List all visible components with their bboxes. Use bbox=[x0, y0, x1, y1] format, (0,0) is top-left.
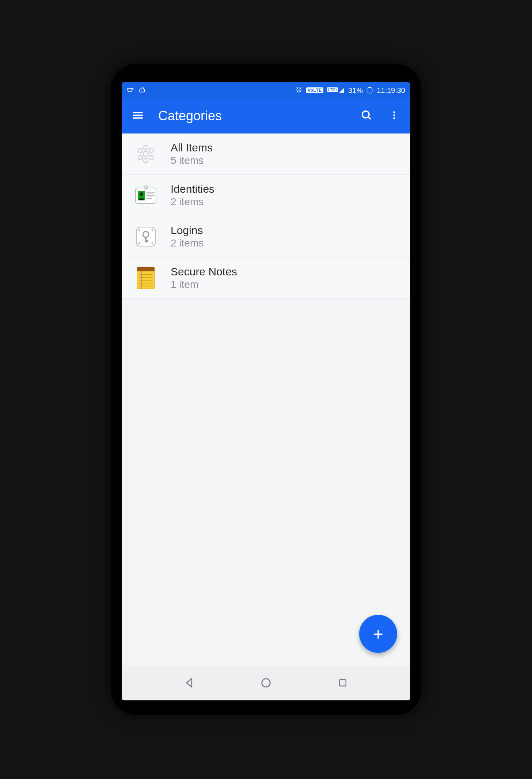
svg-rect-21 bbox=[147, 195, 155, 196]
plus-icon: + bbox=[373, 624, 383, 644]
identities-icon bbox=[133, 182, 159, 208]
category-count: 1 item bbox=[171, 279, 237, 290]
category-title: Identities bbox=[171, 183, 214, 195]
secure-notes-icon bbox=[133, 265, 159, 291]
svg-point-5 bbox=[362, 111, 369, 118]
svg-point-12 bbox=[149, 148, 153, 153]
logins-icon bbox=[133, 223, 159, 250]
lock-icon bbox=[138, 86, 146, 95]
category-count: 2 items bbox=[171, 196, 214, 208]
category-secure-notes[interactable]: Secure Notes 1 item bbox=[122, 257, 410, 299]
android-nav-bar bbox=[122, 665, 410, 700]
signal-icon: LTE+ bbox=[327, 87, 345, 93]
svg-point-28 bbox=[152, 242, 153, 244]
clock-text: 11:19:30 bbox=[377, 86, 405, 95]
svg-point-13 bbox=[143, 151, 148, 157]
coffee-icon bbox=[127, 86, 134, 95]
screen: VoLTE LTE+ 31% 11:19:30 Categories bbox=[122, 82, 410, 700]
loading-spinner-icon bbox=[366, 87, 373, 94]
svg-point-19 bbox=[140, 192, 143, 196]
svg-point-27 bbox=[138, 242, 140, 244]
alarm-icon bbox=[295, 86, 303, 95]
svg-rect-2 bbox=[133, 112, 143, 113]
svg-point-40 bbox=[262, 679, 270, 687]
phone-frame: VoLTE LTE+ 31% 11:19:30 Categories bbox=[111, 64, 421, 715]
svg-point-26 bbox=[152, 229, 153, 231]
all-items-icon bbox=[133, 141, 159, 167]
category-logins[interactable]: Logins 2 items bbox=[122, 216, 410, 257]
search-icon[interactable] bbox=[359, 109, 374, 123]
category-count: 2 items bbox=[171, 237, 204, 249]
svg-point-11 bbox=[138, 148, 142, 153]
battery-text: 31% bbox=[348, 86, 363, 95]
home-button[interactable] bbox=[257, 674, 275, 692]
recents-button[interactable] bbox=[334, 674, 352, 692]
svg-rect-3 bbox=[133, 115, 143, 116]
category-count: 5 items bbox=[171, 155, 213, 166]
svg-rect-33 bbox=[137, 267, 155, 271]
svg-rect-23 bbox=[144, 186, 148, 189]
svg-point-14 bbox=[138, 155, 142, 160]
svg-point-10 bbox=[144, 145, 148, 150]
svg-rect-41 bbox=[339, 680, 346, 686]
category-identities[interactable]: Identities 2 items bbox=[122, 175, 410, 216]
back-button[interactable] bbox=[181, 674, 198, 692]
svg-rect-4 bbox=[133, 117, 143, 119]
svg-point-25 bbox=[138, 229, 140, 231]
svg-point-8 bbox=[393, 114, 395, 116]
svg-point-15 bbox=[149, 155, 153, 160]
svg-rect-31 bbox=[145, 240, 148, 242]
svg-point-16 bbox=[144, 158, 148, 163]
svg-rect-22 bbox=[147, 198, 152, 199]
svg-point-9 bbox=[393, 117, 395, 119]
volte-badge: VoLTE bbox=[306, 87, 323, 93]
more-vert-icon[interactable] bbox=[387, 110, 402, 122]
category-list: All Items 5 items bbox=[122, 133, 410, 665]
category-title: All Items bbox=[171, 142, 213, 154]
svg-rect-20 bbox=[147, 192, 155, 193]
page-title: Categories bbox=[158, 108, 222, 124]
status-bar: VoLTE LTE+ 31% 11:19:30 bbox=[122, 82, 410, 98]
app-bar: Categories bbox=[122, 98, 410, 133]
svg-rect-0 bbox=[140, 89, 144, 92]
category-all-items[interactable]: All Items 5 items bbox=[122, 133, 410, 175]
hamburger-menu-icon[interactable] bbox=[130, 109, 145, 123]
add-fab-button[interactable]: + bbox=[359, 615, 397, 653]
category-title: Secure Notes bbox=[171, 266, 237, 278]
svg-line-6 bbox=[368, 117, 371, 120]
svg-point-7 bbox=[393, 111, 395, 113]
category-title: Logins bbox=[171, 224, 204, 237]
